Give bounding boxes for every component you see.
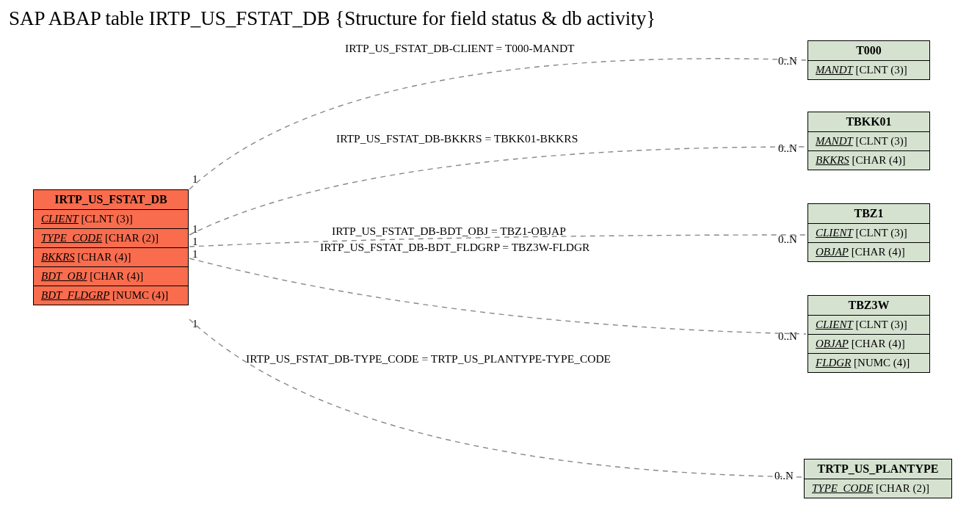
- entity-header: TBZ3W: [808, 296, 929, 316]
- entity-tbz3w: TBZ3W CLIENT [CLNT (3)] OBJAP [CHAR (4)]…: [807, 295, 930, 373]
- entity-field: CLIENT [CLNT (3)]: [808, 224, 929, 243]
- cardinality-one: 1: [192, 223, 198, 236]
- entity-tbz1: TBZ1 CLIENT [CLNT (3)] OBJAP [CHAR (4)]: [807, 203, 930, 262]
- edge-label: IRTP_US_FSTAT_DB-BDT_FLDGRP = TBZ3W-FLDG…: [320, 241, 589, 254]
- entity-field: TYPE_CODE [CHAR (2)]: [805, 479, 951, 498]
- entity-main-header: IRTP_US_FSTAT_DB: [34, 190, 188, 210]
- cardinality-one: 1: [192, 318, 198, 330]
- entity-t000: T000 MANDT [CLNT (3)]: [807, 40, 930, 80]
- entity-field: MANDT [CLNT (3)]: [808, 61, 929, 79]
- entity-field: BKKRS [CHAR (4)]: [808, 151, 929, 170]
- entity-header: T000: [808, 41, 929, 61]
- edge-label: IRTP_US_FSTAT_DB-CLIENT = T000-MANDT: [345, 42, 575, 55]
- entity-main: IRTP_US_FSTAT_DB CLIENT [CLNT (3)] TYPE_…: [33, 189, 189, 305]
- edge-label: IRTP_US_FSTAT_DB-BDT_OBJ = TBZ1-OBJAP: [332, 225, 566, 238]
- cardinality-many: 0..N: [778, 142, 797, 155]
- entity-main-field: BKKRS [CHAR (4)]: [34, 248, 188, 267]
- entity-header: TBZ1: [808, 204, 929, 224]
- cardinality-many: 0..N: [778, 233, 797, 246]
- entity-field: MANDT [CLNT (3)]: [808, 132, 929, 151]
- cardinality-many: 0..N: [778, 330, 797, 343]
- cardinality-one: 1: [192, 173, 198, 186]
- entity-main-field: BDT_OBJ [CHAR (4)]: [34, 267, 188, 286]
- edge-label: IRTP_US_FSTAT_DB-BKKRS = TBKK01-BKKRS: [336, 132, 578, 145]
- entity-field: CLIENT [CLNT (3)]: [808, 316, 929, 335]
- page-title: SAP ABAP table IRTP_US_FSTAT_DB {Structu…: [9, 7, 656, 30]
- entity-tbkk01: TBKK01 MANDT [CLNT (3)] BKKRS [CHAR (4)]: [807, 112, 930, 170]
- entity-main-field: TYPE_CODE [CHAR (2)]: [34, 229, 188, 248]
- cardinality-many: 0..N: [778, 55, 797, 68]
- cardinality-many: 0..N: [774, 470, 794, 482]
- cardinality-one: 1: [192, 248, 198, 261]
- entity-main-field: BDT_FLDGRP [NUMC (4)]: [34, 286, 188, 305]
- edge-label: IRTP_US_FSTAT_DB-TYPE_CODE = TRTP_US_PLA…: [246, 352, 611, 366]
- entity-main-field: CLIENT [CLNT (3)]: [34, 210, 188, 229]
- entity-field: OBJAP [CHAR (4)]: [808, 335, 929, 354]
- entity-field: OBJAP [CHAR (4)]: [808, 243, 929, 261]
- entity-header: TBKK01: [808, 112, 929, 132]
- entity-field: FLDGR [NUMC (4)]: [808, 354, 929, 372]
- entity-trtp: TRTP_US_PLANTYPE TYPE_CODE [CHAR (2)]: [804, 459, 952, 498]
- cardinality-one: 1: [192, 236, 198, 248]
- entity-header: TRTP_US_PLANTYPE: [805, 459, 951, 479]
